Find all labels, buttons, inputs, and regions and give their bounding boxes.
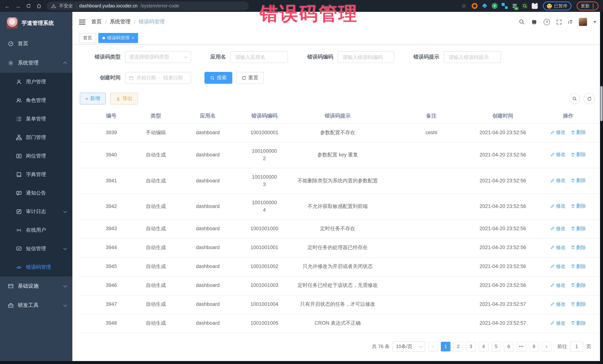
extension-icon[interactable]: on xyxy=(512,3,518,9)
breadcrumb-home[interactable]: 首页 xyxy=(91,19,102,25)
sidebar-item-audit-log[interactable]: 审计日志 xyxy=(0,202,72,221)
extension-icon[interactable] xyxy=(522,3,528,9)
delete-link[interactable]: 删除 xyxy=(571,263,586,270)
header-search-icon[interactable] xyxy=(519,19,525,25)
menu-dots-icon[interactable] xyxy=(593,5,594,7)
extension-icon[interactable] xyxy=(472,3,477,9)
delete-link[interactable]: 删除 xyxy=(571,203,586,210)
home-icon[interactable] xyxy=(36,3,42,9)
sidebar-item-error-code[interactable]: </> 错误码管理 xyxy=(0,258,72,276)
extension-icon[interactable]: V xyxy=(492,3,498,9)
back-icon[interactable]: ← xyxy=(4,3,10,9)
edit-link[interactable]: 修改 xyxy=(550,151,566,158)
sidebar-item-dev-tools[interactable]: 研发工具 xyxy=(0,296,72,315)
sidebar-item-notices[interactable]: 通知公告 xyxy=(0,184,72,202)
sidebar-item-departments[interactable]: 部门管理 xyxy=(0,128,72,147)
error-msg-label: 错误码提示 xyxy=(413,54,439,60)
font-size-icon[interactable]: tT xyxy=(568,19,573,25)
fullscreen-icon[interactable] xyxy=(556,19,562,25)
delete-link[interactable]: 删除 xyxy=(571,129,586,136)
browser-update-button[interactable]: 更新 xyxy=(577,1,599,10)
sidebar-item-users[interactable]: 用户管理 xyxy=(0,73,72,91)
delete-link[interactable]: 删除 xyxy=(571,244,586,251)
paused-extension-badge[interactable]: 已暂停 xyxy=(543,1,571,10)
tab-error-code[interactable]: 错误码管理 × xyxy=(98,33,138,43)
hamburger-icon[interactable] xyxy=(79,20,85,24)
error-code-input[interactable] xyxy=(342,54,390,60)
page-button[interactable]: 6 xyxy=(504,342,514,351)
scrollbar-thumb[interactable] xyxy=(600,86,603,121)
date-range-picker[interactable]: 开始日期 - 结束日期 xyxy=(125,72,191,84)
bookmark-star-icon[interactable]: ☆ xyxy=(462,3,466,9)
avatar[interactable] xyxy=(579,18,587,26)
delete-link[interactable]: 删除 xyxy=(571,225,586,232)
edit-link[interactable]: 修改 xyxy=(550,263,566,270)
edit-link[interactable]: 修改 xyxy=(550,282,566,289)
toggle-search-button[interactable] xyxy=(569,93,580,104)
page-button[interactable]: 2 xyxy=(453,342,463,351)
cell-time: 2021-04-20 23:52:57 xyxy=(469,314,536,333)
address-bar[interactable]: 不安全 dashboard.yudao.iocoder.cn/system/er… xyxy=(47,1,249,10)
edit-link[interactable]: 修改 xyxy=(550,225,566,232)
delete-link[interactable]: 删除 xyxy=(571,300,586,308)
close-icon[interactable]: × xyxy=(132,36,134,40)
sidebar-item-online-users[interactable]: 在线用户 xyxy=(0,221,72,240)
sidebar-item-infrastructure[interactable]: 基础设施 xyxy=(0,276,72,296)
edit-link[interactable]: 修改 xyxy=(550,129,566,136)
sidebar-item-sms[interactable]: 短信管理 xyxy=(0,240,72,258)
add-button[interactable]: + 新增 xyxy=(80,93,106,105)
refresh-table-button[interactable] xyxy=(584,93,595,104)
error-msg-input[interactable] xyxy=(448,54,497,60)
next-page-button[interactable]: › xyxy=(542,342,551,351)
edit-link[interactable]: 修改 xyxy=(550,177,566,184)
export-button[interactable]: 导出 xyxy=(110,93,138,105)
sidebar-item-posts[interactable]: 岗位管理 xyxy=(0,147,72,165)
prev-page-button[interactable]: ‹ xyxy=(428,342,438,351)
sidebar-item-home[interactable]: 首页 xyxy=(0,34,72,53)
bottom-bar xyxy=(0,361,603,364)
cell-actions: 修改 删除 xyxy=(536,238,600,257)
delete-link[interactable]: 删除 xyxy=(571,151,586,158)
sidebar-item-dictionary[interactable]: 字典管理 xyxy=(0,165,72,184)
breadcrumb-current: 错误码管理 xyxy=(139,19,165,25)
col-id: 编号 xyxy=(80,109,143,123)
delete-link[interactable]: 删除 xyxy=(571,177,586,184)
reload-icon[interactable] xyxy=(26,3,31,9)
error-type-select[interactable]: 请选择错误码类型 xyxy=(125,51,191,63)
delete-link[interactable]: 删除 xyxy=(571,319,586,327)
page-button[interactable]: 3 xyxy=(466,342,476,351)
chevron-down-icon[interactable] xyxy=(593,21,596,23)
help-icon[interactable]: ? xyxy=(544,19,550,25)
page-size-select[interactable]: 10条/页 xyxy=(393,341,425,352)
edit-link[interactable]: 修改 xyxy=(550,244,566,251)
url-domain: dashboard.yudao.iocoder.cn xyxy=(79,3,138,9)
cell-msg: 不允许获取敏感配置到前端 xyxy=(282,194,393,220)
extension-icon[interactable] xyxy=(482,3,487,9)
app-name-input[interactable] xyxy=(234,54,284,60)
extensions-puzzle-icon[interactable] xyxy=(532,3,538,9)
edit-link[interactable]: 修改 xyxy=(550,203,566,210)
cell-type: 自动生成 xyxy=(143,295,169,314)
sidebar-item-system[interactable]: 系统管理 xyxy=(0,53,72,73)
reset-button[interactable]: 重置 xyxy=(236,72,264,84)
delete-link[interactable]: 删除 xyxy=(571,282,586,289)
sidebar-item-roles[interactable]: 角色管理 xyxy=(0,91,72,110)
page-button[interactable]: 5 xyxy=(491,342,501,351)
breadcrumb-system[interactable]: 系统管理 xyxy=(110,19,131,25)
page-button[interactable]: 8 xyxy=(529,342,539,351)
vertical-scrollbar[interactable] xyxy=(600,12,603,361)
forward-icon[interactable]: → xyxy=(15,3,21,9)
cell-msg: 定时任务已经处于该状态，无需修改 xyxy=(282,276,393,295)
goto-page-input[interactable] xyxy=(570,341,583,352)
extension-icon[interactable] xyxy=(502,3,508,9)
more-pages-button[interactable]: ••• xyxy=(517,342,526,351)
github-icon[interactable] xyxy=(531,19,537,25)
sidebar-item-menus[interactable]: 菜单管理 xyxy=(0,110,72,128)
edit-link[interactable]: 修改 xyxy=(550,300,566,308)
tab-home[interactable]: 首页 xyxy=(79,33,96,43)
search-button[interactable]: 搜索 xyxy=(204,72,232,84)
security-label[interactable]: 不安全 xyxy=(59,3,73,9)
page-button[interactable]: 1 xyxy=(441,342,451,351)
page-button[interactable]: 4 xyxy=(479,342,488,351)
edit-link[interactable]: 修改 xyxy=(550,319,566,327)
